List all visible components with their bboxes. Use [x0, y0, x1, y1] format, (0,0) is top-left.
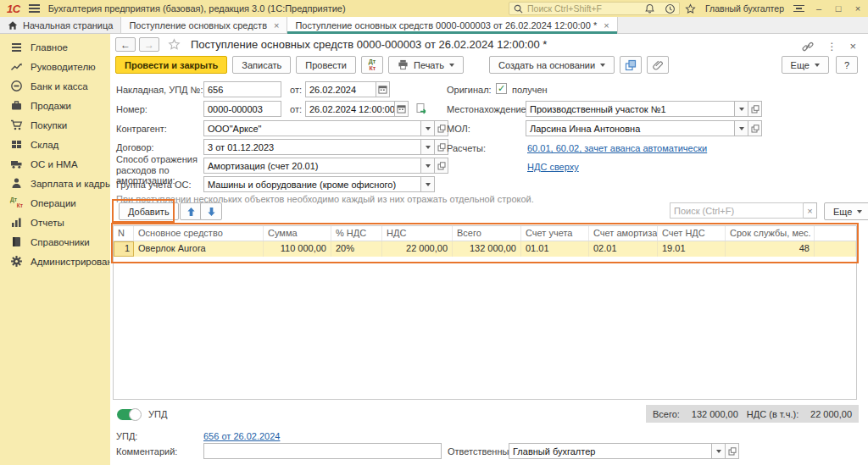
col-vat[interactable]: НДС [382, 226, 453, 241]
main-menu-icon[interactable] [29, 4, 40, 13]
upd-document-link[interactable]: 656 от 26.02.2024 [203, 431, 280, 441]
mol-open-icon[interactable] [748, 120, 762, 136]
post-and-close-button[interactable]: Провести и закрыть [115, 56, 227, 74]
vat-mode-link[interactable]: НДС сверху [527, 162, 579, 172]
create-on-base-button[interactable]: Создать на основании [489, 56, 615, 74]
maximize-icon[interactable]: □ [833, 3, 843, 14]
contract-dropdown-icon[interactable] [421, 139, 435, 155]
sidebar-item-manager[interactable]: Руководителю [0, 57, 110, 76]
invoice-date-input[interactable]: 26.02.2024 [305, 81, 376, 97]
back-icon[interactable]: ← [115, 37, 136, 52]
link-icon[interactable] [802, 41, 814, 53]
responsible-dropdown-icon[interactable] [712, 443, 726, 459]
asset-group-dropdown-icon[interactable] [421, 176, 435, 192]
cell-asset[interactable]: Оверлок Aurora [134, 241, 264, 257]
cell-vat[interactable]: 22 000,00 [382, 241, 453, 257]
dtkt-button[interactable]: ДтКт [361, 56, 383, 74]
print-button[interactable]: Печать [388, 56, 464, 74]
cell-vat-rate[interactable]: 20% [331, 241, 382, 257]
counterparty-dropdown-icon[interactable] [421, 120, 435, 136]
sidebar-item-warehouse[interactable]: Склад [0, 135, 110, 154]
current-user[interactable]: Главный бухгалтер [705, 3, 784, 14]
invoice-date-calendar-button[interactable] [376, 81, 390, 97]
sidebar-item-directories[interactable]: Справочники [0, 232, 110, 252]
original-checkbox[interactable]: ✓ [496, 83, 507, 94]
form-more-button[interactable]: Еще [782, 56, 829, 74]
depreciation-dropdown-icon[interactable] [421, 158, 435, 174]
set-time-icon[interactable] [415, 102, 428, 115]
responsible-open-icon[interactable] [726, 443, 739, 459]
contract-input[interactable]: 3 от 01.12.2023 [203, 139, 421, 155]
cell-vat-account[interactable]: 19.01 [658, 241, 726, 257]
post-button[interactable]: Провести [296, 56, 356, 74]
tab-home[interactable]: Начальная страница [0, 17, 121, 33]
move-up-button[interactable] [180, 202, 202, 220]
sidebar-item-payroll-hr[interactable]: Зарплата и кадры [0, 174, 110, 193]
move-down-button[interactable] [200, 202, 222, 220]
sidebar-item-fixed-assets[interactable]: ОС и НМА [0, 154, 110, 174]
sidebar-item-operations[interactable]: ДтКт Операции [0, 193, 110, 213]
sidebar-item-main[interactable]: Главное [0, 37, 110, 57]
doc-number-input[interactable]: 0000-000003 [203, 101, 281, 117]
cell-total[interactable]: 132 000,00 [453, 241, 521, 257]
cell-service-months[interactable]: 48 [726, 241, 815, 257]
settlements-link[interactable]: 60.01, 60.02, зачет аванса автоматически [527, 143, 707, 153]
table-search-input[interactable]: Поиск (Ctrl+F) [670, 202, 804, 219]
mol-dropdown-icon[interactable] [735, 120, 748, 136]
upd-toggle[interactable] [117, 409, 141, 420]
doc-date-calendar-button[interactable] [395, 101, 409, 117]
invoice-number-input[interactable]: 656 [203, 81, 281, 97]
col-service-months[interactable]: Срок службы, мес. [726, 226, 815, 241]
responsible-input[interactable]: Главный бухгалтер [509, 443, 712, 459]
depreciation-open-icon[interactable] [435, 158, 448, 174]
attachments-button[interactable] [647, 56, 669, 74]
favorites-icon[interactable] [685, 3, 696, 14]
close-window-icon[interactable]: × [853, 3, 863, 14]
add-row-button[interactable]: Добавить [119, 202, 179, 220]
col-depr-account[interactable]: Счет амортизации [589, 226, 658, 241]
sidebar-item-reports[interactable]: Отчеты [0, 213, 110, 232]
sidebar-item-purchases[interactable]: Покупки [0, 115, 110, 135]
write-button[interactable]: Записать [232, 56, 291, 74]
tab-document-active[interactable]: Поступление основных средств 0000-000003… [287, 17, 617, 33]
cell-n[interactable]: 1 [114, 241, 134, 257]
cell-sum[interactable]: 110 000,00 [264, 241, 331, 257]
counterparty-input[interactable]: ООО"Арксе" [203, 120, 421, 136]
close-tab-icon[interactable]: × [604, 20, 609, 30]
col-vat-rate[interactable]: % НДС [331, 226, 382, 241]
service-menu-icon[interactable] [793, 5, 804, 13]
location-dropdown-icon[interactable] [735, 101, 748, 117]
forward-icon[interactable]: → [139, 37, 159, 52]
doc-datetime-input[interactable]: 26.02.2024 12:00:00 [305, 101, 395, 117]
table-search-clear-icon[interactable]: × [804, 202, 817, 219]
sidebar-item-bank-cash[interactable]: Банк и касса [0, 76, 110, 96]
asset-group-input[interactable]: Машины и оборудование (кроме офисного) [203, 176, 421, 192]
cell-depr-account[interactable]: 02.01 [589, 241, 658, 257]
col-asset[interactable]: Основное средство [134, 226, 264, 241]
table-more-button[interactable]: Еще [824, 202, 868, 220]
history-icon[interactable] [665, 3, 676, 14]
tab-document-list[interactable]: Поступление основных средств × [121, 17, 287, 33]
notifications-icon[interactable] [644, 3, 655, 14]
col-total[interactable]: Всего [453, 226, 521, 241]
star-icon[interactable] [168, 38, 181, 51]
help-button[interactable]: ? [836, 56, 858, 74]
more-dots-icon[interactable]: ⋮ [826, 41, 837, 53]
depreciation-input[interactable]: Амортизация (счет 20.01) [203, 158, 421, 174]
close-form-icon[interactable]: × [849, 40, 856, 53]
col-n[interactable]: N [114, 226, 134, 241]
close-tab-icon[interactable]: × [274, 20, 279, 30]
location-open-icon[interactable] [748, 101, 762, 117]
cell-account[interactable]: 01.01 [521, 241, 589, 257]
edi-button[interactable] [620, 56, 642, 74]
comment-input[interactable] [203, 443, 442, 459]
col-account[interactable]: Счет учета [521, 226, 589, 241]
location-input[interactable]: Производственный участок №1 [526, 101, 735, 117]
minimize-icon[interactable]: – [814, 3, 824, 14]
sidebar-item-sales[interactable]: Продажи [0, 96, 110, 115]
mol-input[interactable]: Ларсина Инна Антоновна [526, 120, 735, 136]
col-sum[interactable]: Сумма [264, 226, 331, 241]
table-row[interactable]: 1 Оверлок Aurora 110 000,00 20% 22 000,0… [114, 241, 856, 257]
col-vat-account[interactable]: Счет НДС [658, 226, 726, 241]
sidebar-item-administration[interactable]: Администрирование [0, 252, 110, 271]
